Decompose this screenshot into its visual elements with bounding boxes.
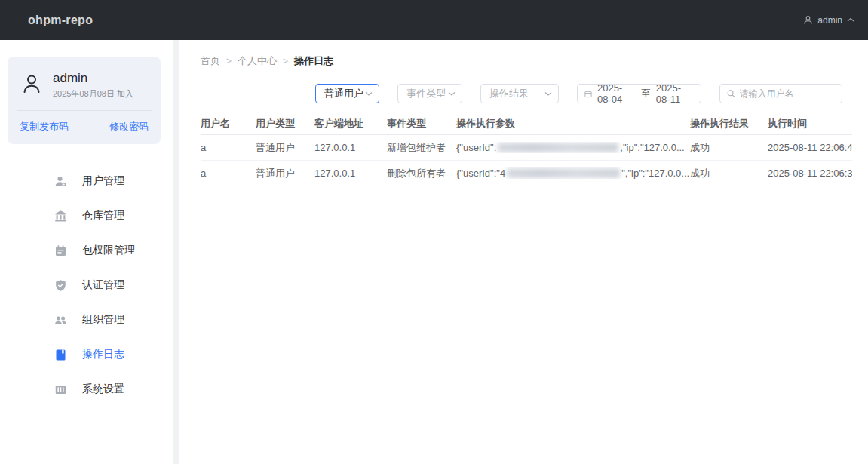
profile-card: admin 2025年08月08日 加入 复制发布码 修改密码 [8,57,161,144]
chevron-down-icon [365,91,373,97]
user-account-menu[interactable]: admin [803,15,854,26]
breadcrumb-personal-center[interactable]: 个人中心 [238,54,277,68]
date-range-picker[interactable]: 2025-08-04 至 2025-08-11 [577,84,701,103]
cell-operation-result: 成功 [690,141,768,155]
params-suffix: ,"ip":"127.0.0... [620,142,684,153]
col-operation-result: 操作执行结果 [690,117,768,131]
cell-operation-params: {"userId":"4 ","ip":"127.0.0... [456,167,690,179]
user-avatar-icon [803,15,813,25]
app-logo: ohpm-repo [28,14,93,27]
date-range-to-label: 至 [641,87,651,100]
params-prefix: {"userId": [456,142,496,153]
copy-publish-code-link[interactable]: 复制发布码 [20,120,69,134]
sidebar-item-user-management[interactable]: 用户管理 [0,164,173,198]
sidebar-item-label: 包权限管理 [82,244,135,257]
main-layout-row: admin 2025年08月08日 加入 复制发布码 修改密码 用户管理 [0,40,868,464]
breadcrumb-current-page: 操作日志 [294,54,333,68]
sidebar-item-label: 认证管理 [82,278,124,292]
calendar-icon [584,89,592,99]
cell-operation-params: {"userId": ,"ip":"127.0.0... [456,142,690,153]
username-search-input[interactable] [740,88,835,99]
breadcrumb-home[interactable]: 首页 [201,54,220,68]
user-type-select[interactable]: 普通用户 [315,84,379,103]
breadcrumb-separator: > [283,56,288,66]
cell-username: a [201,167,256,179]
event-type-placeholder: 事件类型 [406,87,446,100]
col-operation-params: 操作执行参数 [456,117,690,131]
date-to-value[interactable]: 2025-08-11 [656,82,694,105]
sidebar-item-system-settings[interactable]: 系统设置 [0,372,173,407]
operation-log-table: 用户名 用户类型 客户端地址 事件类型 操作执行参数 操作执行结果 执行时间 a… [201,112,852,186]
user-name-label: admin [817,15,842,26]
username-search-box [719,84,842,103]
col-client-address: 客户端地址 [314,117,387,131]
sidebar-item-operation-log[interactable]: 操作日志 [0,337,173,372]
profile-person-icon [20,72,44,98]
profile-divider [17,110,152,111]
filter-toolbar: 普通用户 事件类型 操作结果 2025-08-04 至 2025-08-11 [315,84,852,103]
sidebar-menu: 用户管理 仓库管理 包权限管理 [0,164,173,407]
app-root: ohpm-repo admin admin 2025年08月08日 [0,0,868,464]
date-from-value[interactable]: 2025-08-04 [597,82,636,105]
col-execution-time: 执行时间 [768,117,852,131]
table-row: a 普通用户 127.0.0.1 新增包维护者 {"userId": ,"ip"… [201,135,852,161]
event-type-select[interactable]: 事件类型 [397,84,462,103]
sidebar-item-label: 系统设置 [82,383,124,396]
search-icon [727,89,735,98]
cell-execution-time: 2025-08-11 22:06:43 [768,142,852,153]
col-username: 用户名 [201,117,256,131]
sidebar-item-package-permission[interactable]: 包权限管理 [0,233,173,268]
sidebar-item-organization-management[interactable]: 组织管理 [0,303,173,337]
params-suffix: ","ip":"127.0.0... [621,167,689,179]
sidebar-item-label: 组织管理 [82,313,124,327]
chevron-up-icon [847,17,854,23]
cell-username: a [201,142,256,153]
chevron-down-icon [448,91,455,97]
sidebar: admin 2025年08月08日 加入 复制发布码 修改密码 用户管理 [0,40,173,464]
main-content: 首页 > 个人中心 > 操作日志 普通用户 事件类型 操作结果 [179,40,868,464]
cell-operation-result: 成功 [690,167,768,180]
profile-joined-date: 2025年08月08日 加入 [53,88,133,100]
top-header-bar: ohpm-repo admin [0,0,868,40]
system-grid-icon [54,383,67,396]
operation-result-placeholder: 操作结果 [489,87,529,100]
people-group-icon [54,314,67,327]
cell-user-type: 普通用户 [256,167,314,180]
breadcrumb: 首页 > 个人中心 > 操作日志 [201,54,852,68]
sidebar-item-repository-management[interactable]: 仓库管理 [0,198,173,233]
cell-client-address: 127.0.0.1 [314,167,387,179]
bank-icon [54,210,67,223]
log-book-icon [54,349,67,361]
cell-execution-time: 2025-08-11 22:06:34 [768,167,852,179]
user-type-selected-value: 普通用户 [324,87,363,100]
shield-check-icon [54,279,67,292]
profile-name: admin [53,70,133,86]
sidebar-content-divider [173,40,179,464]
col-user-type: 用户类型 [256,117,314,131]
user-gear-icon [54,175,67,188]
operation-result-select[interactable]: 操作结果 [480,84,559,103]
sidebar-item-label: 仓库管理 [82,209,124,223]
change-password-link[interactable]: 修改密码 [109,120,149,134]
table-row: a 普通用户 127.0.0.1 删除包所有者 {"userId":"4 ","… [201,161,852,186]
sidebar-item-auth-management[interactable]: 认证管理 [0,268,173,303]
redacted-blur [507,168,620,178]
cell-event-type: 新增包维护者 [387,141,456,155]
package-permission-icon [54,244,67,257]
breadcrumb-separator: > [226,56,232,66]
col-event-type: 事件类型 [387,117,456,131]
cell-user-type: 普通用户 [256,141,314,155]
sidebar-item-label: 操作日志 [82,348,124,361]
sidebar-item-label: 用户管理 [82,174,124,188]
cell-client-address: 127.0.0.1 [314,142,387,153]
redacted-blur [498,143,618,152]
cell-event-type: 删除包所有者 [387,167,456,180]
chevron-down-icon [544,91,552,97]
params-prefix: {"userId":"4 [456,167,505,179]
table-header-row: 用户名 用户类型 客户端地址 事件类型 操作执行参数 操作执行结果 执行时间 [201,112,852,135]
